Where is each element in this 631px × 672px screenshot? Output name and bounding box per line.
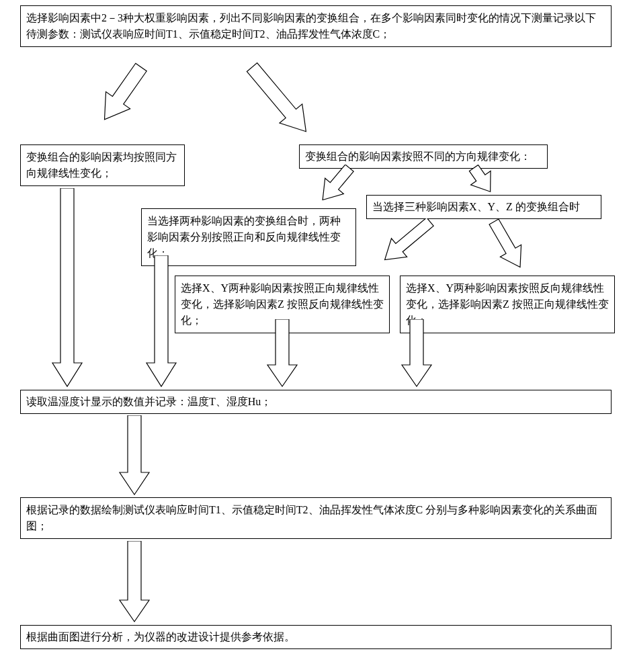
arrow-two-to-read (144, 255, 178, 390)
svg-marker-4 (377, 218, 438, 269)
arrow-three-to-neg (484, 218, 551, 279)
svg-marker-10 (120, 415, 149, 495)
svg-marker-7 (146, 255, 176, 386)
text-top: 选择影响因素中2－3种大权重影响因素，列出不同影响因素的变换组合，在多个影响因素… (26, 12, 596, 40)
svg-marker-2 (313, 165, 358, 208)
arrow-diff-to-two (299, 165, 366, 212)
box-left-same: 变换组合的影响因素均按照同方向规律线性变化； (20, 144, 185, 186)
svg-marker-5 (484, 218, 531, 274)
arrow-read-to-draw (118, 415, 151, 497)
box-analyze: 根据曲面图进行分析，为仪器的改进设计提供参考依据。 (20, 625, 612, 649)
text-xy-neg-z-pos: 选择X、Y两种影响因素按照反向规律线性变化，选择影响因素Z 按照正向规律线性变化… (406, 282, 609, 326)
text-right-diff: 变换组合的影响因素按照不同的方向规律变化： (305, 151, 531, 162)
arrow-neg-to-read (400, 319, 433, 390)
text-two-factors: 当选择两种影响因素的变换组合时，两种影响因素分别按照正向和反向规律线性变化； (147, 215, 341, 259)
arrow-draw-to-analyze (118, 541, 151, 625)
box-draw-curves: 根据记录的数据绘制测试仪表响应时间T1、示值稳定时间T2、油品挥发性气体浓度C … (20, 497, 612, 539)
arrow-top-to-left (77, 60, 158, 141)
text-three-factors: 当选择三种影响因素X、Y、Z 的变换组合时 (372, 201, 580, 212)
arrow-top-to-right (239, 60, 353, 144)
svg-marker-1 (241, 60, 317, 141)
arrow-diff-to-three (464, 165, 517, 198)
box-three-factors: 当选择三种影响因素X、Y、Z 的变换组合时 (366, 195, 601, 219)
box-top: 选择影响因素中2－3种大权重影响因素，列出不同影响因素的变换组合，在多个影响因素… (20, 5, 612, 47)
svg-marker-3 (464, 165, 500, 198)
text-left-same: 变换组合的影响因素均按照同方向规律线性变化； (26, 151, 177, 179)
text-draw-curves: 根据记录的数据绘制测试仪表响应时间T1、示值稳定时间T2、油品挥发性气体浓度C … (26, 504, 597, 532)
text-analyze: 根据曲面图进行分析，为仪器的改进设计提供参考依据。 (26, 631, 295, 642)
arrow-left-to-read (50, 188, 84, 390)
svg-marker-11 (120, 541, 149, 622)
svg-marker-0 (92, 60, 153, 128)
arrow-three-to-pos (360, 218, 447, 279)
svg-marker-6 (52, 188, 82, 386)
text-read-values: 读取温湿度计显示的数值并记录：温度T、湿度Hu； (26, 396, 271, 407)
svg-marker-9 (402, 319, 431, 386)
box-read-values: 读取温湿度计显示的数值并记录：温度T、湿度Hu； (20, 390, 612, 414)
svg-marker-8 (267, 319, 297, 386)
arrow-pos-to-read (265, 319, 299, 390)
